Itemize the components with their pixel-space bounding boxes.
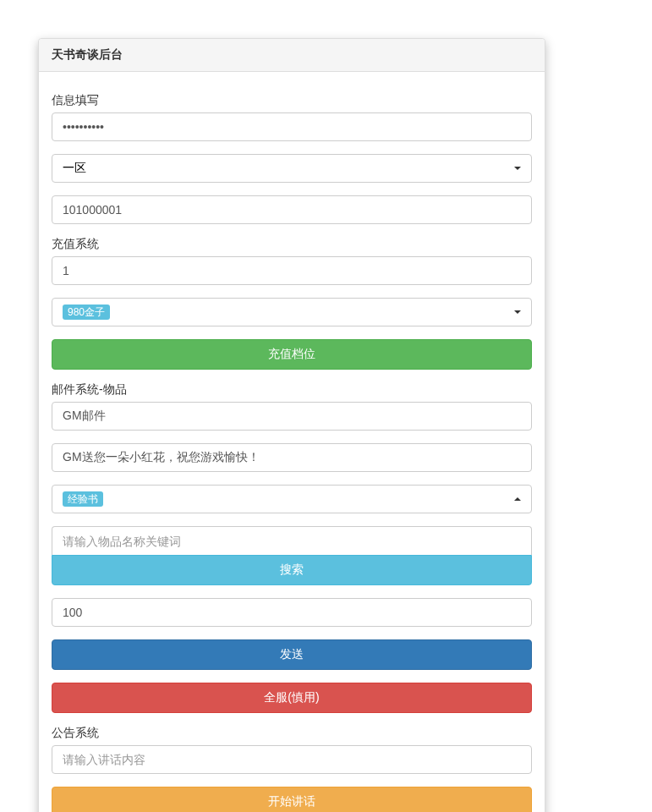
recharge-tier-dropdown[interactable]: 980金子 (52, 298, 532, 326)
item-quantity-input[interactable] (52, 598, 532, 627)
panel-title: 天书奇谈后台 (39, 39, 545, 72)
item-selected-tag: 经验书 (63, 491, 103, 508)
recharge-section-label: 充值系统 (52, 237, 532, 252)
item-dropdown-toggle[interactable]: 经验书 (52, 485, 532, 513)
region-dropdown-toggle[interactable]: 一区 (52, 154, 532, 183)
admin-panel: 天书奇谈后台 信息填写 一区 充值系统 980金子 充值档位 邮件系统-物品 (38, 38, 545, 812)
recharge-tier-tag: 980金子 (63, 304, 110, 321)
mail-section-label: 邮件系统-物品 (52, 382, 532, 398)
notice-start-button[interactable]: 开始讲话 (52, 787, 532, 812)
caret-down-icon (514, 167, 521, 170)
item-search-button[interactable]: 搜索 (52, 555, 532, 585)
recharge-amount-input[interactable] (52, 256, 532, 285)
recharge-submit-button[interactable]: 充值档位 (52, 339, 532, 370)
caret-up-icon (514, 497, 521, 501)
panel-body: 信息填写 一区 充值系统 980金子 充值档位 邮件系统-物品 经验书 (39, 72, 545, 812)
mail-title-input[interactable] (52, 402, 532, 431)
info-section-label: 信息填写 (52, 93, 532, 108)
account-id-input[interactable] (52, 195, 532, 224)
item-search-input[interactable] (52, 526, 532, 555)
region-dropdown[interactable]: 一区 (52, 154, 532, 183)
caret-down-icon (514, 310, 521, 314)
item-search-group: 搜索 (52, 526, 532, 585)
mail-content-input[interactable] (52, 443, 532, 472)
region-selected-text: 一区 (63, 161, 86, 176)
notice-section-label: 公告系统 (52, 726, 532, 741)
mail-broadcast-button[interactable]: 全服(慎用) (52, 683, 532, 713)
mail-send-button[interactable]: 发送 (52, 639, 532, 670)
password-input[interactable] (52, 112, 532, 141)
item-dropdown[interactable]: 经验书 (52, 485, 532, 513)
notice-content-input[interactable] (52, 745, 532, 774)
recharge-tier-dropdown-toggle[interactable]: 980金子 (52, 298, 532, 326)
